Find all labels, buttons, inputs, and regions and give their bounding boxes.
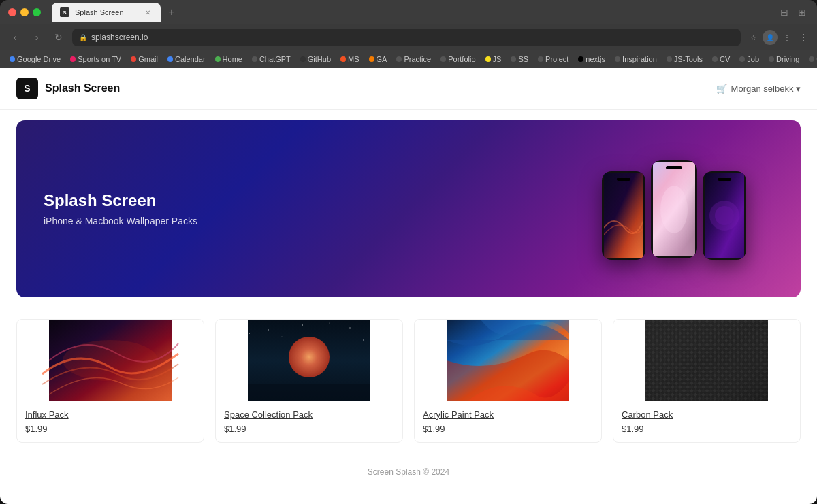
- phone-notch-right: [718, 178, 731, 181]
- svg-rect-23: [645, 320, 768, 401]
- active-tab[interactable]: S Splash Screen ✕: [52, 3, 161, 22]
- extensions-icon[interactable]: ⊞: [795, 5, 809, 19]
- bookmark-sports[interactable]: Sports on TV: [66, 54, 125, 65]
- site-nav: 🛒 Morgan selbekk ▾: [716, 84, 801, 94]
- bookmark-google-drive[interactable]: Google Drive: [5, 54, 65, 65]
- maximize-button[interactable]: [33, 8, 41, 16]
- product-price-acrylic: $1.99: [423, 424, 593, 434]
- phone-mockup-center: [651, 160, 697, 258]
- product-card-acrylic[interactable]: Acrylic Paint Pack $1.99: [414, 319, 602, 443]
- home-icon: [215, 56, 221, 62]
- bookmark-portfolio[interactable]: Portfolio: [436, 54, 479, 65]
- profile-icon[interactable]: 👤: [763, 30, 778, 45]
- bookmark-driving[interactable]: Driving: [765, 54, 803, 65]
- phone-mockup-right: [703, 171, 746, 260]
- bookmark-project[interactable]: Project: [534, 54, 573, 65]
- calendar-icon: [167, 56, 173, 62]
- bookmark-js-tools[interactable]: JS-Tools: [662, 54, 707, 65]
- window-icon[interactable]: ⊟: [778, 5, 791, 19]
- address-bar[interactable]: 🔒 splashscreen.io: [72, 29, 741, 46]
- svg-point-10: [268, 329, 269, 331]
- bookmark-star-icon[interactable]: ☆: [746, 31, 760, 44]
- bookmark-chatgpt[interactable]: ChatGPT: [248, 54, 295, 65]
- cv-icon: [712, 56, 718, 62]
- cart-button[interactable]: 🛒 Morgan selbekk ▾: [716, 84, 801, 94]
- svg-point-13: [363, 339, 364, 341]
- url-text: splashscreen.io: [91, 33, 148, 42]
- hero-section: Splash Screen iPhone & Macbook Wallpaper…: [16, 120, 801, 297]
- product-name-acrylic[interactable]: Acrylic Paint Pack: [423, 409, 593, 420]
- site-title: Splash Screen: [45, 82, 120, 95]
- product-card-space[interactable]: Space Collection Pack $1.99: [215, 319, 403, 443]
- logo-icon: S: [16, 78, 38, 99]
- lock-icon: 🔒: [79, 34, 87, 41]
- bookmark-inspiration[interactable]: Inspiration: [611, 54, 661, 65]
- svg-point-14: [330, 323, 330, 324]
- svg-point-2: [660, 186, 688, 233]
- minimize-button[interactable]: [20, 8, 29, 16]
- bookmarks-bar: Google Drive Sports on TV Gmail Calendar…: [0, 50, 817, 68]
- product-name-carbon[interactable]: Carbon Pack: [622, 409, 792, 420]
- product-image-acrylic: [415, 320, 601, 401]
- github-icon: [300, 56, 306, 62]
- bookmark-ss[interactable]: SS: [507, 54, 532, 65]
- google-drive-icon: [10, 56, 15, 62]
- hero-text: Splash Screen iPhone & Macbook Wallpaper…: [16, 164, 225, 254]
- svg-point-12: [349, 327, 351, 329]
- driving-icon: [769, 56, 774, 62]
- product-name-space[interactable]: Space Collection Pack: [224, 409, 394, 420]
- hero-phones: [602, 158, 746, 260]
- user-menu[interactable]: Morgan selbekk ▾: [731, 84, 801, 94]
- product-info-acrylic: Acrylic Paint Pack $1.99: [415, 401, 601, 442]
- gmail-icon: [131, 56, 136, 62]
- sports-icon: [70, 56, 76, 62]
- product-name-influx[interactable]: Influx Pack: [25, 409, 195, 420]
- page-content: S Splash Screen 🛒 Morgan selbekk ▾ Splas…: [0, 68, 817, 504]
- browser-titlebar: S Splash Screen ✕ + ⊟ ⊞: [0, 0, 817, 24]
- menu-icon[interactable]: ⋮: [797, 31, 810, 44]
- browser-window: S Splash Screen ✕ + ⊟ ⊞ ‹ › ↻ 🔒 splashsc…: [0, 0, 817, 504]
- bookmark-home[interactable]: Home: [211, 54, 246, 65]
- ms-icon: [340, 56, 346, 62]
- bookmark-github[interactable]: GitHub: [296, 54, 335, 65]
- product-info-influx: Influx Pack $1.99: [17, 401, 204, 442]
- bookmark-gmail[interactable]: Gmail: [127, 54, 162, 65]
- site-header: S Splash Screen 🛒 Morgan selbekk ▾: [0, 68, 817, 110]
- product-card-carbon[interactable]: Carbon Pack $1.99: [613, 319, 801, 443]
- svg-rect-17: [248, 384, 370, 401]
- product-price-influx: $1.99: [25, 424, 195, 434]
- chatgpt-icon: [252, 56, 257, 62]
- bookmark-job[interactable]: Job: [735, 54, 763, 65]
- bookmark-practice[interactable]: Practice: [392, 54, 435, 65]
- tab-close-button[interactable]: ✕: [143, 7, 153, 17]
- phone-mockup-left: [602, 171, 645, 260]
- js-tools-icon: [667, 56, 672, 62]
- bookmark-ms[interactable]: MS: [336, 54, 364, 65]
- bookmark-js[interactable]: JS: [481, 54, 506, 65]
- back-button[interactable]: ‹: [7, 29, 23, 46]
- js-icon: [485, 56, 491, 62]
- browser-toolbar: ‹ › ↻ 🔒 splashscreen.io ☆ 👤 ⋮ ⋮: [0, 24, 817, 50]
- bookmark-nextjs[interactable]: nextjs: [574, 54, 609, 65]
- extensions-icon[interactable]: ⋮: [780, 31, 794, 44]
- tab-favicon: S: [60, 7, 69, 17]
- close-button[interactable]: [8, 8, 16, 16]
- site-logo[interactable]: S Splash Screen: [16, 78, 120, 99]
- tab-title: Splash Screen: [75, 8, 124, 16]
- svg-rect-0: [604, 173, 643, 258]
- bookmark-ga[interactable]: GA: [365, 54, 391, 65]
- inspiration-icon: [615, 56, 620, 62]
- forward-button[interactable]: ›: [29, 29, 45, 46]
- bookmark-calendar[interactable]: Calendar: [163, 54, 210, 65]
- new-tab-button[interactable]: +: [163, 4, 180, 20]
- products-section: Influx Pack $1.99: [0, 308, 817, 454]
- svg-point-16: [289, 337, 330, 377]
- practice-icon: [396, 56, 402, 62]
- reload-button[interactable]: ↻: [50, 29, 67, 46]
- product-card-influx[interactable]: Influx Pack $1.99: [16, 319, 204, 443]
- ga-icon: [369, 56, 374, 62]
- bookmark-cc[interactable]: CC: [805, 54, 817, 65]
- products-grid: Influx Pack $1.99: [16, 319, 801, 443]
- bookmark-cv[interactable]: CV: [708, 54, 734, 65]
- product-info-space: Space Collection Pack $1.99: [216, 401, 402, 442]
